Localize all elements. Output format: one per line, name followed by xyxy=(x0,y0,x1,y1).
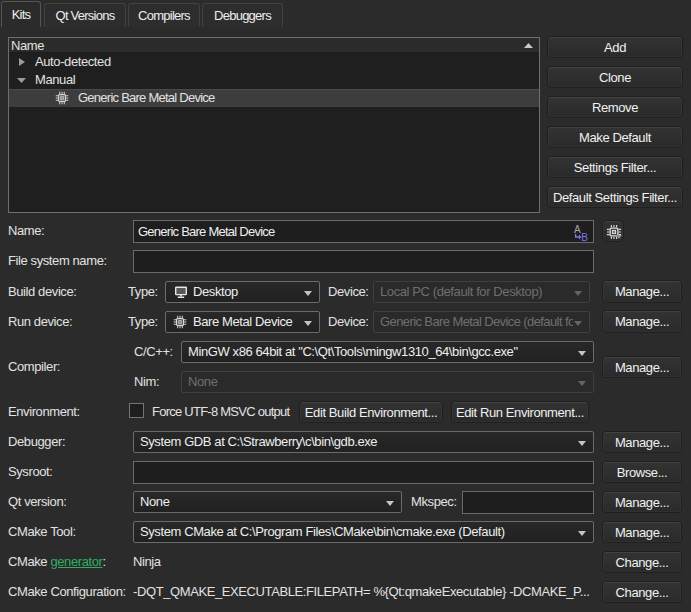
svg-text:B: B xyxy=(581,232,588,242)
svg-text:A: A xyxy=(574,224,581,235)
